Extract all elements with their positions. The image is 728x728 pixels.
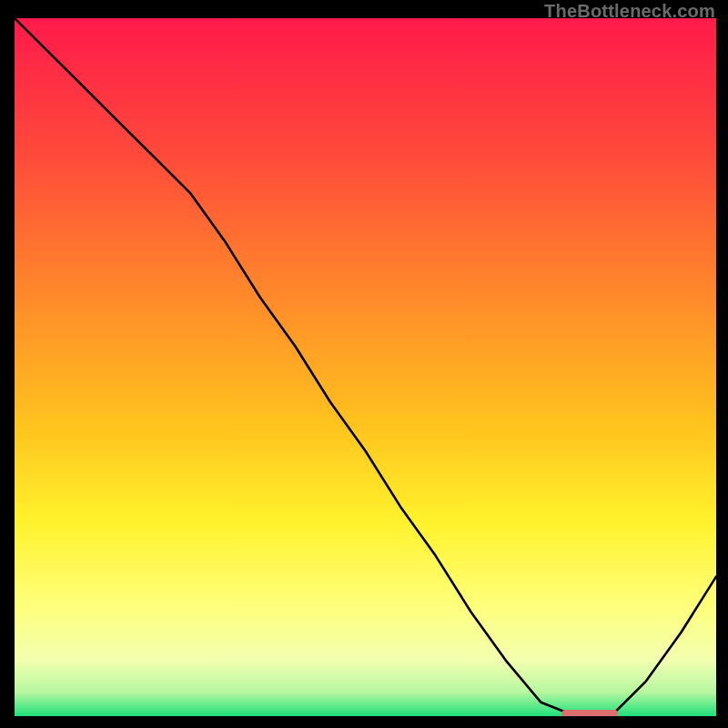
chart-background-gradient: [15, 18, 716, 716]
bottleneck-chart: [15, 18, 716, 716]
svg-rect-0: [15, 18, 716, 716]
